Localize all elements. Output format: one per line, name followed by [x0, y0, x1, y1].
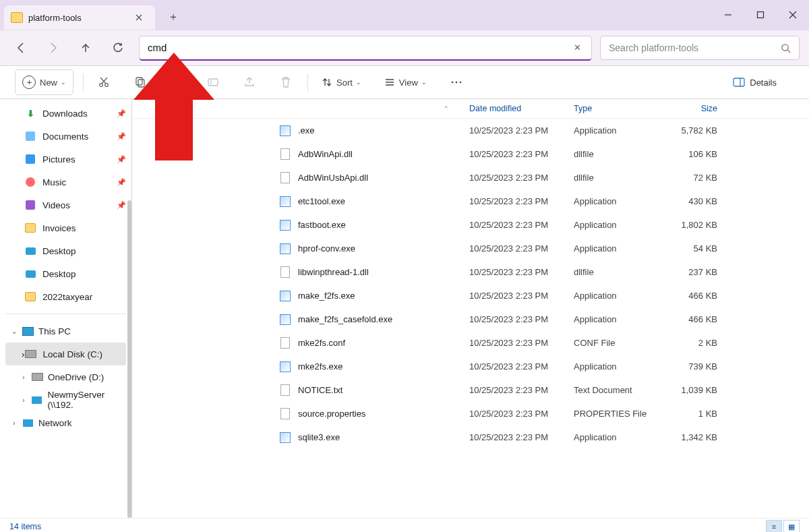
desk-icon: [24, 268, 36, 280]
share-button[interactable]: [237, 72, 262, 92]
file-row[interactable]: .exe10/25/2023 2:23 PMApplication5,782 K…: [132, 119, 809, 142]
chevron-right-icon: ›: [9, 419, 19, 427]
new-tab-button[interactable]: ＋: [163, 7, 183, 27]
folder-icon: [11, 12, 23, 23]
chevron-down-icon: ⌄: [421, 79, 427, 86]
sidebar-item[interactable]: 2022taxyear: [0, 285, 131, 308]
file-row[interactable]: libwinpthread-1.dll10/25/2023 2:23 PMdll…: [132, 260, 809, 284]
delete-button[interactable]: [274, 72, 298, 92]
file-type: PROPERTIES File: [574, 409, 660, 419]
video-icon: [24, 199, 36, 211]
window-tab[interactable]: platform-tools: [4, 5, 155, 30]
sidebar-item-label: OneDrive (D:): [48, 372, 104, 382]
file-row[interactable]: NOTICE.txt10/25/2023 2:23 PMText Documen…: [132, 378, 809, 402]
back-button[interactable]: [9, 36, 32, 59]
file-type: Application: [574, 196, 660, 206]
divider: [307, 73, 308, 91]
sidebar-item-drive[interactable]: ›OneDrive (D:): [0, 365, 131, 388]
column-size[interactable]: Size: [660, 104, 717, 113]
file-row[interactable]: sqlite3.exe10/25/2023 2:23 PMApplication…: [132, 425, 809, 449]
details-pane-button[interactable]: Details: [727, 72, 782, 92]
sidebar-item-drive[interactable]: ›Local Disk (C:): [5, 343, 126, 365]
sidebar-item[interactable]: Videos📌: [0, 194, 131, 216]
clear-address-button[interactable]: ✕: [570, 42, 585, 53]
drive-icon: [25, 348, 37, 360]
column-date[interactable]: Date modified: [469, 104, 574, 113]
more-button[interactable]: [444, 72, 469, 92]
sort-button[interactable]: Sort ⌄: [316, 72, 367, 92]
sidebar-item-drive[interactable]: ›NewmyServer (\\192.: [0, 388, 131, 411]
svg-rect-6: [208, 79, 218, 86]
chevron-down-icon: ⌄: [9, 328, 19, 335]
close-window-button[interactable]: [777, 0, 809, 30]
file-type: Application: [574, 361, 660, 372]
sidebar-item-thispc[interactable]: ⌄ This PC: [0, 320, 131, 343]
file-row[interactable]: AdbWinUsbApi.dll10/25/2023 2:23 PMdllfil…: [132, 166, 809, 189]
file-size: 1,039 KB: [660, 385, 717, 395]
close-icon: [136, 14, 142, 21]
pin-icon: 📌: [117, 132, 126, 141]
sidebar-item[interactable]: Invoices: [0, 216, 131, 239]
file-row[interactable]: mke2fs.exe10/25/2023 2:23 PMApplication7…: [132, 355, 809, 378]
file-row[interactable]: hprof-conv.exe10/25/2023 2:23 PMApplicat…: [132, 237, 809, 260]
copy-button[interactable]: [128, 72, 152, 92]
chevron-right-icon: ›: [19, 374, 28, 381]
address-bar[interactable]: ✕: [139, 36, 592, 61]
up-button[interactable]: [74, 36, 97, 59]
rename-button[interactable]: [201, 72, 225, 92]
file-icon: [279, 125, 291, 137]
file-date: 10/25/2023 2:23 PM: [469, 338, 574, 348]
file-type: Application: [574, 220, 660, 230]
pin-icon: 📌: [117, 155, 126, 164]
sidebar-item[interactable]: Desktop: [0, 239, 131, 262]
file-row[interactable]: fastboot.exe10/25/2023 2:23 PMApplicatio…: [132, 213, 809, 237]
file-name: AdbWinApi.dll: [298, 149, 353, 159]
file-size: 72 KB: [660, 173, 717, 183]
details-view-button[interactable]: ≡: [766, 520, 782, 532]
file-row[interactable]: source.properties10/25/2023 2:23 PMPROPE…: [132, 402, 809, 425]
search-box[interactable]: Search platform-tools: [600, 36, 800, 60]
column-type[interactable]: Type: [574, 104, 660, 113]
pin-icon: 📌: [117, 178, 126, 187]
forward-button[interactable]: [42, 36, 65, 59]
file-size: 466 KB: [660, 291, 717, 301]
column-name[interactable]: ⌃: [279, 105, 469, 112]
file-icon: [279, 148, 291, 160]
file-icon: [279, 361, 291, 373]
chevron-down-icon: ⌄: [356, 79, 361, 86]
tab-title: platform-tools: [28, 13, 82, 23]
minimize-button[interactable]: [712, 0, 744, 30]
sidebar-item[interactable]: Desktop: [0, 262, 131, 285]
view-icon: [384, 77, 395, 88]
file-row[interactable]: etc1tool.exe10/25/2023 2:23 PMApplicatio…: [132, 189, 809, 213]
sidebar-item-label: Desktop: [42, 246, 76, 256]
music-icon: [24, 176, 36, 188]
file-row[interactable]: make_f2fs_casefold.exe10/25/2023 2:23 PM…: [132, 307, 809, 331]
address-input[interactable]: [146, 41, 570, 54]
file-row[interactable]: mke2fs.conf10/25/2023 2:23 PMCONF File2 …: [132, 331, 809, 355]
file-date: 10/25/2023 2:23 PM: [469, 361, 574, 372]
sidebar-item[interactable]: Pictures📌: [0, 148, 131, 171]
close-tab-button[interactable]: [132, 11, 146, 24]
file-row[interactable]: make_f2fs.exe10/25/2023 2:23 PMApplicati…: [132, 284, 809, 307]
address-bar-row: ✕ Search platform-tools: [0, 30, 809, 66]
new-button[interactable]: ＋ New ⌄: [15, 69, 73, 95]
search-placeholder: Search platform-tools: [609, 42, 781, 53]
file-row[interactable]: AdbWinApi.dll10/25/2023 2:23 PMdllfile10…: [132, 142, 809, 166]
column-headers: ⌃ Date modified Type Size: [132, 99, 809, 119]
view-button[interactable]: View ⌄: [379, 72, 432, 92]
svg-rect-5: [138, 80, 144, 87]
maximize-button[interactable]: [744, 0, 777, 30]
grid-view-button[interactable]: ▦: [783, 520, 800, 532]
fld-icon: [24, 222, 36, 234]
sidebar-item-network[interactable]: › Network: [0, 411, 131, 434]
sidebar-item[interactable]: Documents📌: [0, 125, 131, 148]
file-type: Application: [574, 314, 660, 324]
sidebar-item[interactable]: Music📌: [0, 171, 131, 194]
cut-button[interactable]: [92, 72, 116, 92]
refresh-button[interactable]: [107, 36, 129, 59]
sidebar-scrollbar[interactable]: [127, 200, 131, 518]
sidebar-item[interactable]: ⬇Downloads📌: [0, 102, 131, 125]
file-name: libwinpthread-1.dll: [298, 267, 369, 277]
file-date: 10/25/2023 2:23 PM: [469, 149, 574, 159]
